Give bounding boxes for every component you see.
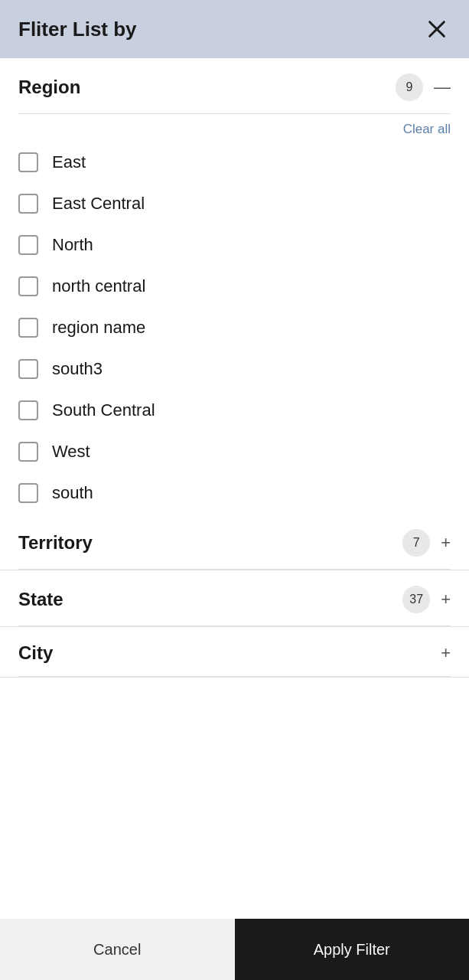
clear-all-button[interactable]: Clear all [403, 122, 451, 137]
territory-expand-icon[interactable]: + [441, 533, 451, 553]
filter-label-south-central: South Central [52, 400, 155, 420]
checkbox-west[interactable] [18, 442, 38, 462]
region-controls: 9 — [396, 74, 451, 101]
checkbox-south3[interactable] [18, 359, 38, 379]
city-controls: + [441, 643, 451, 663]
filter-label-east-central: East Central [52, 194, 145, 214]
territory-badge: 7 [402, 529, 430, 557]
filter-item-east[interactable]: East [18, 142, 451, 183]
filter-label-north-central: north central [52, 276, 145, 296]
close-icon [426, 18, 448, 40]
checkbox-north[interactable] [18, 235, 38, 255]
territory-controls: 7 + [402, 529, 451, 557]
territory-section: Territory 7 + [0, 514, 469, 570]
state-badge: 37 [402, 586, 430, 613]
territory-title: Territory [18, 532, 93, 554]
checkbox-region-name[interactable] [18, 318, 38, 338]
checkbox-south-central[interactable] [18, 400, 38, 420]
filter-label-south3: south3 [52, 359, 103, 379]
footer: Cancel Apply Filter [0, 919, 469, 980]
filter-header: Fliter List by [0, 0, 469, 58]
filter-content: Region 9 — Clear all EastEast CentralNor… [0, 58, 469, 919]
cancel-button[interactable]: Cancel [0, 919, 235, 980]
state-title: State [18, 589, 64, 610]
filter-item-north-central[interactable]: north central [18, 266, 451, 307]
header-title: Fliter List by [18, 18, 137, 41]
filter-item-region-name[interactable]: region name [18, 307, 451, 348]
filter-label-west: West [52, 442, 90, 462]
filter-item-north[interactable]: North [18, 224, 451, 266]
city-title: City [18, 642, 53, 664]
state-expand-icon[interactable]: + [441, 590, 451, 609]
filter-label-north: North [52, 235, 93, 255]
filter-label-south: south [52, 483, 93, 503]
filter-item-west[interactable]: West [18, 431, 451, 472]
apply-filter-button[interactable]: Apply Filter [235, 919, 470, 980]
region-title: Region [18, 77, 80, 98]
checkbox-east-central[interactable] [18, 194, 38, 214]
checkbox-north-central[interactable] [18, 276, 38, 296]
filter-item-south[interactable]: south [18, 472, 451, 514]
checkbox-east[interactable] [18, 152, 38, 172]
clear-all-row: Clear all [18, 114, 451, 142]
collapse-icon[interactable]: — [434, 77, 451, 97]
filter-item-south-central[interactable]: South Central [18, 390, 451, 431]
close-button[interactable] [423, 15, 451, 43]
filter-label-region-name: region name [52, 318, 145, 338]
region-section-header: Region 9 — [18, 58, 451, 114]
city-section-header[interactable]: City + [18, 627, 451, 677]
territory-section-header[interactable]: Territory 7 + [18, 514, 451, 570]
state-controls: 37 + [402, 586, 451, 613]
region-section: Region 9 — Clear all EastEast CentralNor… [0, 58, 469, 514]
region-badge: 9 [396, 74, 423, 101]
filter-item-south3[interactable]: south3 [18, 348, 451, 390]
checkbox-south[interactable] [18, 483, 38, 503]
city-section: City + [0, 627, 469, 678]
city-expand-icon[interactable]: + [441, 643, 451, 663]
filter-item-east-central[interactable]: East Central [18, 183, 451, 224]
state-section: State 37 + [0, 570, 469, 627]
filter-label-east: East [52, 152, 86, 172]
state-section-header[interactable]: State 37 + [18, 570, 451, 626]
region-filter-list: EastEast CentralNorthnorth centralregion… [18, 142, 451, 514]
